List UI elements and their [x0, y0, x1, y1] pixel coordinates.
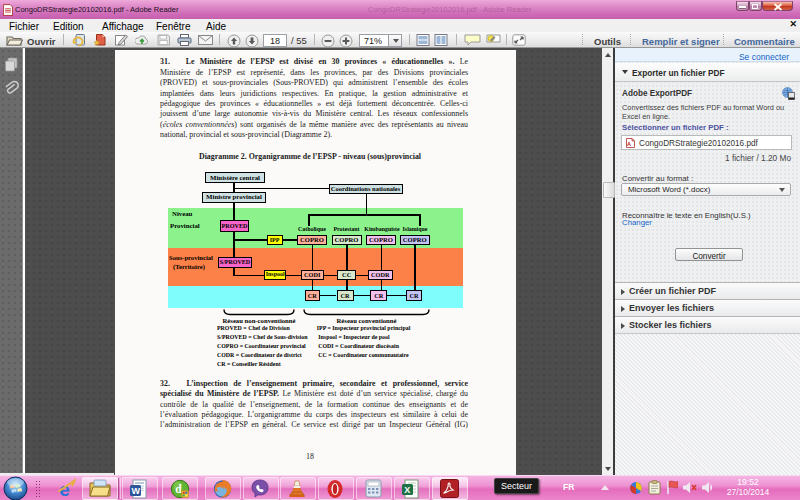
svg-text:W: W [132, 486, 141, 496]
svg-text:e: e [59, 479, 70, 500]
svg-text:A: A [627, 141, 631, 147]
svg-text:X: X [404, 484, 410, 494]
svg-text:d: d [175, 483, 182, 495]
